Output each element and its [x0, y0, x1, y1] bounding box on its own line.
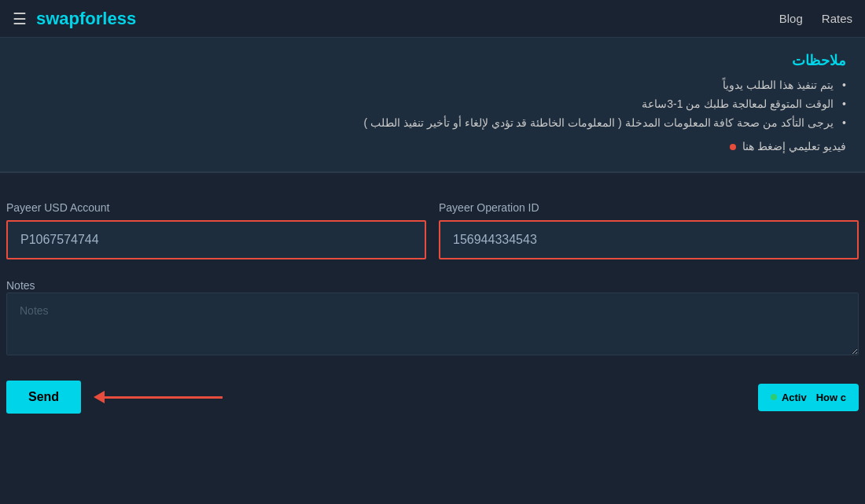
chat-how-label: How c: [816, 392, 846, 403]
tutorial-text: فيديو تعليمي إضغط هنا: [742, 140, 846, 153]
notes-list: يتم تنفيذ هذا الطلب يدوياً الوقت المتوقع…: [19, 79, 846, 129]
rates-link[interactable]: Rates: [822, 12, 852, 25]
chat-active-label: Activ: [782, 392, 807, 403]
notes-item-1: يتم تنفيذ هذا الطلب يدوياً: [19, 79, 846, 91]
brand-logo[interactable]: swapforless: [36, 9, 136, 29]
payeer-usd-input[interactable]: [6, 220, 426, 259]
navbar-right: Blog Rates: [779, 12, 852, 25]
payeer-usd-group: Payeer USD Account: [6, 201, 426, 259]
form-section: Payeer USD Account Payeer Operation ID N…: [0, 201, 865, 429]
notes-section: Notes: [6, 278, 859, 359]
form-row-accounts: Payeer USD Account Payeer Operation ID: [6, 201, 859, 259]
payeer-op-label: Payeer Operation ID: [439, 201, 859, 214]
notes-title: ملاحظات: [19, 52, 846, 69]
notes-textarea[interactable]: [6, 292, 859, 355]
blog-link[interactable]: Blog: [779, 12, 803, 25]
payeer-op-input[interactable]: [439, 220, 859, 259]
payeer-op-group: Payeer Operation ID: [439, 201, 859, 259]
arrow-head-icon: [94, 391, 105, 403]
page-content: ملاحظات يتم تنفيذ هذا الطلب يدوياً الوقت…: [0, 38, 865, 429]
send-button[interactable]: Send: [6, 381, 81, 414]
arrow-indicator: [94, 391, 223, 403]
payeer-usd-label: Payeer USD Account: [6, 201, 426, 214]
send-row: Send Activ How c: [6, 381, 859, 429]
notes-box: ملاحظات يتم تنفيذ هذا الطلب يدوياً الوقت…: [0, 38, 865, 173]
hamburger-icon[interactable]: ☰: [13, 9, 27, 28]
notes-item-3: يرجى التأكد من صحة كافة المعلومات المدخل…: [19, 116, 846, 129]
send-left: Send: [6, 381, 223, 414]
navbar-left: ☰ swapforless: [13, 9, 136, 29]
arrow-line: [105, 396, 223, 399]
chat-active-dot: [771, 394, 777, 400]
chat-button[interactable]: Activ How c: [758, 384, 859, 411]
notes-item-2: الوقت المتوقع لمعالجة طلبك من 1-3ساعة: [19, 97, 846, 110]
notes-section-label: Notes: [6, 279, 35, 292]
red-dot-icon: [730, 144, 736, 150]
navbar: ☰ swapforless Blog Rates: [0, 0, 865, 38]
tutorial-link[interactable]: فيديو تعليمي إضغط هنا: [19, 140, 846, 153]
spacer: [0, 173, 865, 201]
